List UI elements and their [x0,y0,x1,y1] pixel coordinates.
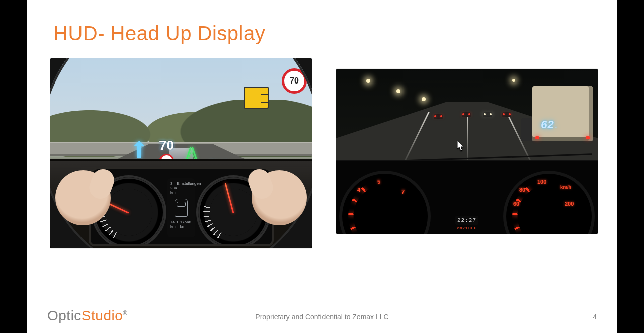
confidential-note: Proprietary and Confidential to Zemax LL… [27,313,617,321]
truck-icon [532,86,593,141]
hud-speed-night: 62 [541,118,554,131]
street-light-icon [422,97,426,101]
tach-unit: kmx1000 [457,226,477,230]
car-taillights-icon [434,114,443,119]
center-display-night: 22:27 kmx1000 [429,216,505,231]
street-light-icon [366,79,370,83]
car-taillights-icon [462,112,471,117]
car-taillights-icon [502,112,511,117]
tachometer-gauge-night: 4 5 7 [342,174,428,234]
image-night-hud: 62- 4 5 7 80 60 100 200 km/h 22:27 kmx10… [336,69,598,234]
slide-footer: OpticStudio® Proprietary and Confidentia… [27,304,617,324]
speedometer-gauge-night: 80 60 100 200 km/h [506,174,592,234]
street-light-icon [396,89,400,93]
image-daytime-hud: 70 800 m 70 70 70 km/h [50,58,312,248]
dashboard: 3 234 km Einstellungen 74.3 km 17548 km [50,159,312,248]
clock: 22:27 [455,216,478,225]
hud-unit-night: - [555,124,557,129]
dashboard-night: 4 5 7 80 60 100 200 km/h 22:27 kmx1000 [336,160,598,234]
slide: HUD- Head Up Display 70 800 m 70 70 [27,0,617,333]
car-headlights-icon [483,112,492,117]
page-number: 4 [593,313,597,321]
hud-overlay-night: 62- [541,118,557,131]
street-light-icon [512,79,515,82]
slide-title: HUD- Head Up Display [53,22,265,45]
